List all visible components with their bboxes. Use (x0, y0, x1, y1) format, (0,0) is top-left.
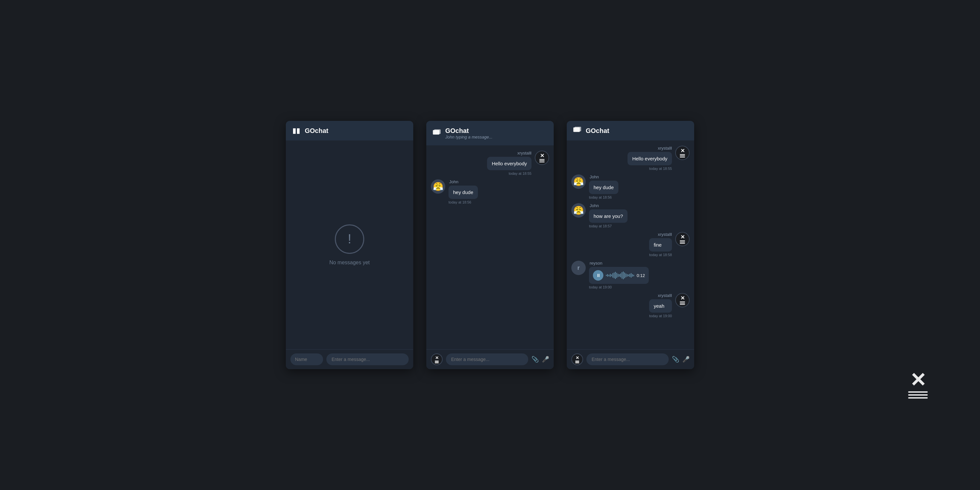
svg-rect-1 (434, 129, 441, 134)
bubble-wrap: xrystalll Hello everybody today at 18:55 (627, 146, 672, 170)
input-area-3: ✕ 📎 🎤 (567, 349, 694, 369)
msg-sender: xrystalll (649, 293, 672, 298)
message-row-audio: r reyson ⏸ (571, 261, 690, 289)
watermark-x-icon: ✕ (910, 371, 926, 390)
empty-state: ! No messages yet (286, 140, 413, 349)
message-row: 😤 John hey dude today at 18:56 (571, 175, 690, 199)
panel-header-1: ▮▮ GOchat (286, 121, 413, 140)
panel-header-2: GOchat John typing a message... (426, 121, 554, 145)
own-avatar: ✕ (535, 151, 549, 165)
own-avatar-3a: ✕ (675, 146, 690, 160)
msg-time: today at 18:57 (589, 224, 627, 228)
user-avatar-john-3a: 😤 (571, 175, 586, 189)
mic-icon[interactable]: 🎤 (542, 356, 549, 362)
user-avatar-john-3b: 😤 (571, 203, 586, 218)
chat-icon-1: ▮▮ (293, 127, 300, 134)
message-row: ✕ xrystalll yeah today at 19:00 (571, 293, 690, 318)
msg-text: fine (654, 242, 662, 248)
msg-sender: xrystalll (487, 151, 531, 156)
message-row: ✕ xrystalll Hello everybody today at 18:… (571, 146, 690, 170)
user-avatar-john: 😤 (431, 179, 445, 194)
watermark-line-2 (908, 394, 928, 396)
msg-sender: John (589, 175, 618, 179)
message-row: 😤 John how are you? today at 18:57 (571, 203, 690, 228)
own-avatar-3c: ✕ (675, 293, 690, 307)
input-area-2: ✕ 📎 🎤 (426, 349, 554, 369)
header-text-1: GOchat (305, 127, 328, 135)
msg-time: today at 19:00 (589, 285, 649, 289)
app-title-3: GOchat (586, 127, 609, 135)
msg-time: today at 18:58 (649, 253, 672, 257)
message-row: 😤 John hey dude today at 18:56 (431, 179, 549, 204)
bubble-wrap: xrystalll fine today at 18:58 (649, 232, 672, 257)
panel-empty: ▮▮ GOchat ! No messages yet (286, 121, 413, 369)
msg-text: hey dude (593, 185, 614, 190)
msg-text: Hello everybody (632, 156, 667, 161)
msg-bubble: hey dude (589, 181, 618, 194)
msg-text: Hello everybody (492, 161, 527, 166)
bubble-wrap: John how are you? today at 18:57 (589, 203, 627, 228)
panel-header-3: GOchat (567, 121, 694, 140)
bubble-wrap: John hey dude today at 18:56 (449, 179, 478, 204)
msg-sender: John (449, 179, 478, 184)
attachment-icon[interactable]: 📎 (531, 356, 539, 362)
audio-bubble: ⏸ (589, 267, 649, 284)
msg-time: today at 18:55 (487, 172, 531, 175)
message-input-3[interactable] (586, 353, 669, 365)
msg-time: today at 18:56 (589, 195, 618, 199)
bubble-wrap: xrystalll Hello everybody today at 18:55 (487, 151, 531, 175)
own-avatar-3b: ✕ (675, 232, 690, 246)
watermark: ✕ (908, 371, 928, 399)
pause-button[interactable]: ⏸ (593, 270, 603, 281)
input-area-1 (286, 349, 413, 369)
audio-duration: 0:12 (637, 273, 645, 278)
msg-text: yeah (654, 303, 665, 309)
message-row: ✕ xrystalll Hello everybody today at 18:… (431, 151, 549, 175)
msg-bubble: how are you? (589, 209, 627, 223)
message-input-2[interactable] (446, 353, 528, 365)
input-avatar-3: ✕ (571, 353, 583, 365)
bubble-wrap: John hey dude today at 18:56 (589, 175, 618, 199)
msg-bubble: fine (649, 238, 672, 251)
attachment-icon-3[interactable]: 📎 (672, 356, 679, 362)
watermark-line-3 (908, 397, 928, 399)
watermark-lines (908, 391, 928, 399)
message-row: ✕ xrystalll fine today at 18:58 (571, 232, 690, 257)
panels-container: ▮▮ GOchat ! No messages yet GOchat (286, 121, 694, 369)
bubble-wrap: xrystalll yeah today at 19:00 (649, 293, 672, 318)
panel-full: GOchat ✕ xrystalll (567, 121, 694, 369)
msg-sender: xrystalll (627, 146, 672, 151)
msg-sender: xrystalll (649, 232, 672, 237)
watermark-line-1 (908, 391, 928, 393)
chat-icon-3 (573, 127, 581, 135)
header-text-2: GOchat John typing a message... (445, 127, 493, 140)
header-text-3: GOchat (586, 127, 609, 135)
empty-icon: ! (335, 224, 364, 254)
user-avatar-reyson: r (571, 261, 586, 275)
msg-sender: reyson (589, 261, 649, 266)
msg-sender: John (589, 203, 627, 208)
empty-text: No messages yet (329, 260, 370, 266)
msg-bubble: hey dude (449, 186, 478, 199)
chat-icon-2 (433, 129, 441, 137)
svg-rect-3 (574, 127, 581, 131)
message-input-1[interactable] (326, 353, 409, 365)
messages-area-2: ✕ xrystalll Hello everybody today at 18:… (426, 145, 554, 349)
msg-text: how are you? (593, 213, 623, 219)
app-title-2: GOchat (445, 127, 493, 135)
msg-time: today at 19:00 (649, 314, 672, 318)
bubble-wrap: reyson ⏸ (589, 261, 649, 289)
msg-bubble: Hello everybody (487, 157, 531, 170)
msg-time: today at 18:56 (449, 200, 478, 204)
app-title-1: GOchat (305, 127, 328, 135)
msg-time: today at 18:55 (627, 167, 672, 170)
mic-icon-3[interactable]: 🎤 (682, 356, 690, 362)
name-input[interactable] (290, 353, 323, 365)
messages-area-3: ✕ xrystalll Hello everybody today at 18:… (567, 140, 694, 349)
msg-bubble: yeah (649, 299, 672, 313)
typing-status: John typing a message... (445, 135, 493, 140)
waveform (606, 272, 634, 279)
input-avatar-2: ✕ (431, 353, 442, 365)
panel-typing: GOchat John typing a message... ✕ (426, 121, 554, 369)
msg-bubble: Hello everybody (627, 152, 672, 165)
